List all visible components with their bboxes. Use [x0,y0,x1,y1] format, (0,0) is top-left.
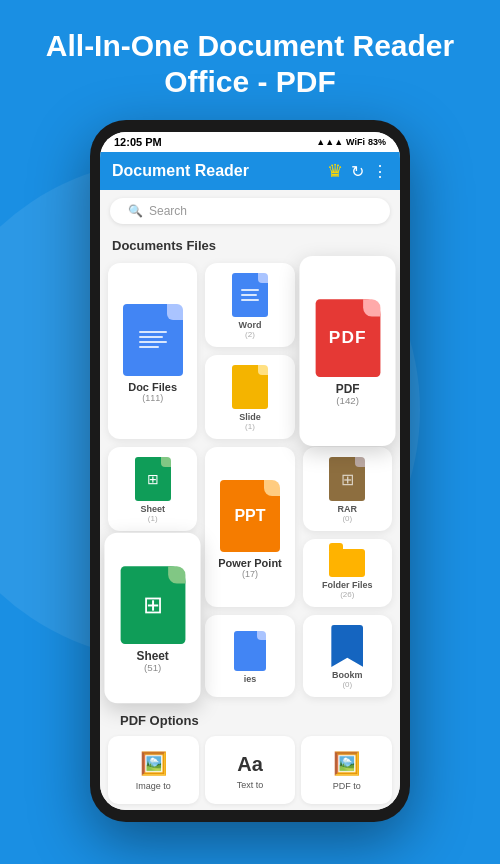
sheet-small-label: Sheet [140,504,165,514]
sheet-large-count: (51) [144,662,161,673]
image-to-option[interactable]: 🖼️ Image to [108,736,199,804]
sheet-large-card[interactable]: ⊞ Sheet (51) [104,533,200,704]
word-card[interactable]: Word (2) [205,263,294,347]
app-bar-title: Document Reader [112,162,249,180]
rar-card[interactable]: ⊞ RAR (0) [303,447,392,531]
doc-files-card[interactable]: Doc Files (111) [108,263,197,439]
powerpoint-card[interactable]: PPT Power Point (17) [205,447,294,607]
pdf-options-grid: 🖼️ Image to Aa Text to 🖼️ PDF to [108,736,392,804]
sheet-small-icon: ⊞ [135,457,171,501]
word-label: Word [239,320,262,330]
pdf-to-option[interactable]: 🖼️ PDF to [301,736,392,804]
phone-mockup: 12:05 PM ▲▲▲ WiFi 83% Document Reader ♛ … [90,120,410,822]
slide-label: Slide [239,412,261,422]
text-to-option[interactable]: Aa Text to [205,736,296,804]
crown-icon[interactable]: ♛ [327,160,343,182]
refresh-icon[interactable]: ↻ [351,162,364,181]
search-placeholder: Search [149,204,187,218]
app-header: All-In-One Document Reader Office - PDF [0,0,500,120]
files-card[interactable]: ies [205,615,294,697]
pdf-text-label: PDF [328,328,366,347]
phone-frame: 12:05 PM ▲▲▲ WiFi 83% Document Reader ♛ … [90,120,410,822]
files-label: ies [244,674,257,684]
folder-icon [329,549,365,577]
bookmark-icon [331,625,363,667]
doc-files-count: (111) [142,393,163,403]
text-icon: Aa [237,753,263,776]
bookmark-card[interactable]: Bookm (0) [303,615,392,697]
bookmark-count: (0) [342,680,352,689]
ppt-file-icon: PPT [220,480,280,552]
doc-file-icon [123,304,183,376]
slide-file-icon [232,365,268,409]
pdf-card[interactable]: PDF PDF (142) [299,256,395,446]
image-icon: 🖼️ [140,751,167,777]
sheet-large-label: Sheet [136,649,168,662]
rar-label: RAR [338,504,358,514]
pdf-label: PDF [335,382,359,395]
ppt-text: PPT [234,507,265,525]
word-count: (2) [245,330,255,339]
pdf-options-title: PDF Options [108,707,392,732]
pdf-to-icon: 🖼️ [333,751,360,777]
sheet-small-count: (1) [148,514,158,523]
app-bar-icons: ♛ ↻ ⋮ [327,160,388,182]
pdf-to-label: PDF to [333,781,361,791]
rar-count: (0) [342,514,352,523]
app-title: All-In-One Document Reader Office - PDF [30,28,470,100]
documents-grid: Doc Files (111) Word (2) [100,257,400,703]
slide-count: (1) [245,422,255,431]
folder-card[interactable]: Folder Files (26) [303,539,392,607]
status-time: 12:05 PM [114,136,162,148]
sheet-small-card[interactable]: ⊞ Sheet (1) [108,447,197,531]
folder-count: (26) [340,590,354,599]
word-file-icon [232,273,268,317]
search-icon: 🔍 [128,204,143,218]
text-to-label: Text to [237,780,264,790]
sheet-large-icon: ⊞ [120,566,185,644]
battery-icon: 83% [368,137,386,147]
pdf-count: (142) [336,395,359,406]
folder-label: Folder Files [322,580,373,590]
more-icon[interactable]: ⋮ [372,162,388,181]
phone-screen: 12:05 PM ▲▲▲ WiFi 83% Document Reader ♛ … [100,132,400,810]
slide-card[interactable]: Slide (1) [205,355,294,439]
ppt-count: (17) [242,569,258,579]
status-icons: ▲▲▲ WiFi 83% [316,137,386,147]
bookmark-label: Bookm [332,670,363,680]
ppt-label: Power Point [218,557,282,569]
pdf-options-section: PDF Options 🖼️ Image to Aa Text to 🖼️ PD… [100,703,400,810]
app-bar: Document Reader ♛ ↻ ⋮ [100,152,400,190]
documents-section-title: Documents Files [100,232,400,257]
rar-file-icon: ⊞ [329,457,365,501]
files-icon [234,631,266,671]
doc-lines [135,327,171,352]
image-to-label: Image to [136,781,171,791]
pdf-file-icon: PDF [315,299,380,377]
signal-icon: ▲▲▲ [316,137,343,147]
status-bar: 12:05 PM ▲▲▲ WiFi 83% [100,132,400,152]
wifi-icon: WiFi [346,137,365,147]
doc-files-label: Doc Files [128,381,177,393]
search-bar[interactable]: 🔍 Search [110,198,390,224]
